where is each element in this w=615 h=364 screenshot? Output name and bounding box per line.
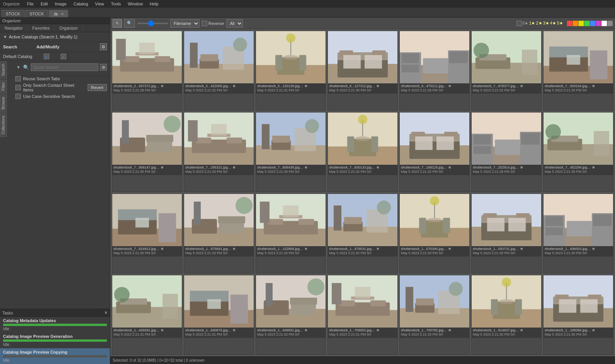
svg-rect-18 [275,55,282,70]
select-tool-button[interactable]: ↖ [113,19,122,28]
svg-rect-203 [559,299,576,313]
search-dropdown-icon[interactable]: ▼ [15,64,22,70]
search-col-label: Search [3,45,17,49]
search-checkbox[interactable] [44,54,49,59]
svg-rect-96 [495,139,520,155]
tab-ts[interactable]: .ts ✕ [49,10,68,17]
image-cell[interactable]: shutterstock_1...700782.jpg… May 5 2023 … [399,275,470,355]
svg-rect-153 [593,214,612,226]
image-info: shutterstock_2...597372.jpg… May 5 2023 … [112,83,182,94]
image-cell[interactable]: shutterstock_1...690676.jpg… May 5 2023 … [184,275,254,355]
image-cell[interactable]: shutterstock_2...597372.jpg… May 5 2023 … [112,31,182,111]
svg-rect-173 [266,283,273,306]
settings-icon[interactable]: ⚙ [100,43,107,50]
image-cell[interactable]: shutterstock_7...252914.jpg… May 5 2023 … [471,112,542,192]
menu-tools[interactable]: Tools [110,1,123,7]
image-date: May 5 2023 2:21:32 PM S#: [329,251,396,256]
image-cell[interactable]: shutterstock_7...295321.jpg… May 5 2023 … [184,112,254,192]
tab-favorites[interactable]: Favorites [28,24,55,32]
only-search-label: Only Search Contact Sheet Items [23,83,85,92]
tab-ts-close[interactable]: ✕ [61,12,64,16]
tab-stock-1[interactable]: STOCK [2,10,25,17]
svg-rect-34 [402,53,419,63]
side-label-browse[interactable]: Browse [0,94,7,112]
search-magnifier-icon: 🔍 [23,65,29,70]
quick-search-input[interactable] [31,63,98,71]
image-cell[interactable]: shutterstock_1...979031.jpg… May 5 2023 … [327,194,398,273]
tab-stock-2[interactable]: STOCK [25,10,48,17]
menu-help[interactable]: Help [148,1,160,7]
image-cell[interactable]: shutterstock_1...152868.jpg… May 5 2023 … [256,194,326,273]
image-cell[interactable]: shutterstock_1...456591.jpg… May 5 2023 … [112,275,182,355]
color-green[interactable] [584,21,590,26]
image-cell[interactable]: shutterstock_7...452294.jpg… May 5 2023 … [543,112,613,192]
image-cell[interactable]: shutterstock_7...906147.jpg… May 5 2023 … [112,112,182,192]
color-purple[interactable] [596,21,601,26]
image-filename: shutterstock_1...979031.jpg… [329,247,396,251]
reuse-search-checkbox[interactable] [15,76,21,81]
all-select[interactable]: All [226,19,243,28]
image-cell[interactable]: shutterstock_1...975691.jpg… May 5 2023 … [184,194,254,273]
revert-button[interactable]: Revert [88,84,107,91]
color-white[interactable] [602,21,607,26]
star-1: 1★ [529,21,535,26]
image-cell[interactable]: shutterstock_7...816913.jpg… May 5 2023 … [112,194,182,273]
image-date: May 5 2023 2:21:30 PM S#: [113,170,181,174]
color-red[interactable] [567,21,572,26]
menu-view[interactable]: View [93,1,106,7]
tasks-close-icon[interactable]: ✕ [104,310,108,315]
tab-navigator[interactable]: Navigator [0,24,28,32]
svg-point-194 [499,299,514,304]
menu-file[interactable]: File [25,1,35,7]
image-cell[interactable]: shutterstock_1...914637.jpg… May 5 2023 … [471,275,542,355]
search-options-icon[interactable]: ⚙ [100,64,107,71]
image-cell[interactable]: shutterstock_1...696003.jpg… May 5 2023 … [543,194,613,273]
image-cell[interactable]: shutterstock_6...127312.jpg… May 5 2023 … [327,31,398,111]
color-orange[interactable] [573,21,578,26]
side-label-search[interactable]: Search [0,61,7,79]
image-cell[interactable]: shutterstock_7...168125.jpg… May 5 2023 … [399,112,470,192]
menu-image[interactable]: Image [53,1,68,7]
menu-window[interactable]: Window [126,1,144,7]
image-cell[interactable]: shutterstock_7...806436.jpg… May 5 2023 … [256,112,326,192]
svg-rect-19 [299,55,306,70]
side-label-collections[interactable]: Collections [0,113,7,137]
menu-edit[interactable]: Edit [39,1,50,7]
add-modify-checkbox[interactable] [61,54,66,59]
side-label-filter[interactable]: Filter [0,79,7,93]
image-info: shutterstock_1...700782.jpg… May 5 2023 … [400,328,469,338]
image-cell[interactable]: shutterstock_7...500164.jpg… May 5 2023 … [543,31,613,111]
image-cell[interactable]: shutterstock_5...120128.jpg… May 5 2023 … [256,31,326,111]
color-gray[interactable] [607,21,613,26]
image-cell[interactable]: shutterstock_1...050731.jpg… May 5 2023 … [471,194,542,273]
svg-rect-193 [515,299,522,314]
color-yellow[interactable] [578,21,584,26]
image-cell[interactable]: shutterstock_7...878377.jpg… May 5 2023 … [471,31,542,111]
thumbnail-size-slider[interactable] [137,23,168,24]
case-sensitive-checkbox[interactable] [15,94,21,99]
star-filter-checkbox[interactable] [517,21,522,26]
image-cell[interactable]: shutterstock_7...830133.jpg… May 5 2023 … [327,112,398,192]
svg-rect-113 [218,216,245,223]
reverse-checkbox[interactable] [202,21,207,26]
search-columns-header: Search Add/Modify ⚙ [0,42,110,52]
zoom-tool-button[interactable]: 🔍 [124,19,135,28]
sort-select[interactable]: Filename Date Size Rating [170,19,199,28]
image-cell[interactable]: shutterstock_5...422005.jpg… May 5 2023 … [184,31,254,111]
image-cell[interactable]: shutterstock_1...188384.jpg… May 5 2023 … [543,275,613,355]
menu-catalog[interactable]: Catalog [72,1,90,7]
only-search-checkbox[interactable] [15,85,21,90]
image-cell[interactable]: shutterstock_1...070340.jpg… May 5 2023 … [399,194,470,273]
image-cell[interactable]: shutterstock_1...949551.jpg… May 5 2023 … [256,275,326,355]
image-info: shutterstock_1...456591.jpg… May 5 2023 … [112,328,182,338]
image-cell[interactable]: shutterstock_1...709002.jpg… May 5 2023 … [327,275,398,355]
image-date: May 5 2023 2:21:31 PM S#: [257,88,324,93]
image-filename: shutterstock_1...949551.jpg… [257,328,324,333]
image-filename: shutterstock_7...452294.jpg… [545,165,612,170]
color-blue[interactable] [590,21,595,26]
image-date: May 5 2023 2:21:32 PM S#: [401,170,468,174]
svg-rect-30 [365,55,382,68]
svg-rect-123 [260,202,269,223]
image-cell[interactable]: shutterstock_6...475211.jpg… May 5 2023 … [399,31,470,111]
tab-organizer[interactable]: Organizer [55,24,83,32]
